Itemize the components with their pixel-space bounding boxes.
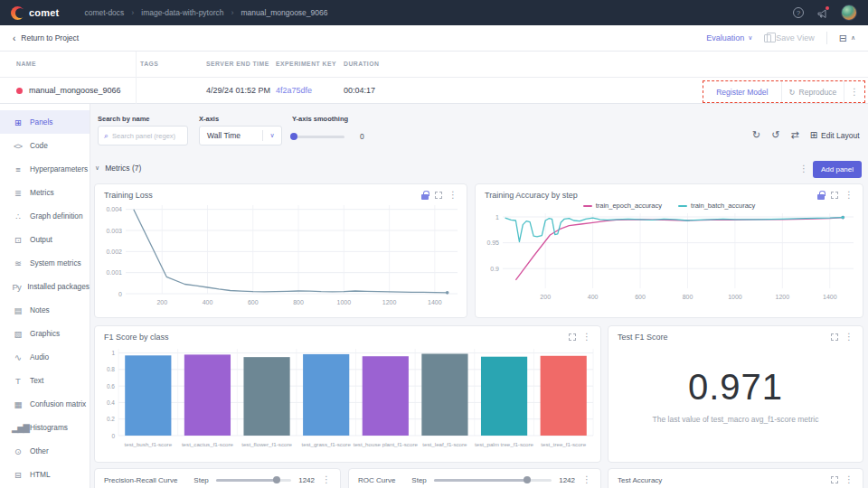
svg-text:0: 0 — [111, 433, 115, 439]
sidebar-item-code[interactable]: <>Code — [0, 134, 90, 157]
expand-icon[interactable] — [831, 333, 838, 341]
sidebar-item-label: Graph definition — [30, 211, 83, 221]
svg-text:0.9: 0.9 — [490, 266, 499, 272]
legend-item-train-epoch-accuracy[interactable]: train_epoch_accuracy — [583, 202, 662, 210]
sidebar-item-installed-packages[interactable]: PyInstalled packages — [0, 275, 90, 298]
notification-dot — [826, 6, 829, 10]
layout-grid-icon: ⊞ — [810, 130, 817, 140]
reproduce-button[interactable]: ↻ Reproduce — [782, 81, 844, 102]
register-model-button[interactable]: Register Model — [703, 81, 782, 102]
search-icon: ⌕ — [104, 131, 108, 141]
installed-packages-icon: Py — [12, 282, 21, 292]
sidebar-item-metrics[interactable]: ≣Metrics — [0, 181, 90, 204]
step-slider[interactable] — [216, 479, 291, 482]
sidebar-item-hyperparameters[interactable]: ≡Hyperparameters — [0, 157, 90, 181]
expand-icon[interactable] — [569, 333, 576, 341]
refresh-icon[interactable]: ↻ — [752, 129, 760, 141]
chevron-down-icon: ∨ — [748, 34, 752, 42]
sidebar-item-panels[interactable]: ⊞Panels — [0, 110, 90, 134]
sidebar-item-audio[interactable]: ∿Audio — [0, 345, 90, 369]
smoothing-slider[interactable] — [292, 136, 344, 138]
view-name: Evaluation — [706, 33, 744, 42]
training-accuracy-chart[interactable]: 2004006008001000120014000.90.951 — [476, 210, 863, 303]
sidebar-item-notes[interactable]: ▤Notes — [0, 298, 90, 322]
step-slider-fill — [434, 479, 526, 482]
save-view-button[interactable]: Save View — [764, 33, 814, 42]
divider — [826, 32, 827, 44]
panel-kebab-menu[interactable]: ⋮ — [844, 333, 854, 342]
svg-text:1000: 1000 — [728, 294, 742, 300]
comet-logo-text: comet — [29, 7, 59, 18]
sidebar-item-output[interactable]: ⊡Output — [0, 228, 90, 251]
panel-kebab-menu[interactable]: ⋮ — [844, 475, 854, 484]
panel-kebab-menu[interactable]: ⋮ — [322, 475, 331, 484]
expand-icon[interactable] — [831, 476, 838, 483]
row-kebab-menu[interactable]: ⋮ — [844, 81, 864, 102]
graph-definition-icon: ∴ — [12, 211, 24, 221]
panel-precision-recall: Precision-Recall Curve Step 1242 ⋮ — [94, 468, 341, 488]
panel-kebab-menu[interactable]: ⋮ — [844, 191, 854, 200]
sidebar-item-label: Installed packages — [27, 282, 90, 291]
chevron-up-icon: ∧ — [851, 34, 855, 42]
xaxis-select[interactable]: Wall Time ∨ — [199, 126, 282, 145]
search-input[interactable] — [112, 132, 175, 140]
panel-kebab-menu[interactable]: ⋮ — [582, 475, 591, 484]
comet-logo[interactable]: comet — [11, 6, 59, 20]
history-icon[interactable]: ↺ — [771, 129, 779, 141]
step-label: Step — [411, 476, 426, 484]
experiment-name[interactable]: manual_mongoose_9066 — [29, 86, 121, 95]
sidebar-item-confusion-matrix[interactable]: ▦Confusion matrix — [0, 392, 90, 416]
filter-sliders-icon[interactable]: ⇄ — [790, 129, 798, 141]
expand-icon[interactable] — [435, 192, 442, 199]
experiment-key-link[interactable]: 4f2a75dfe — [276, 86, 312, 95]
step-slider-knob[interactable] — [273, 476, 280, 483]
sidebar-item-histograms[interactable]: ▂▅▇Histograms — [0, 416, 90, 439]
panel-kebab-menu[interactable]: ⋮ — [448, 191, 458, 200]
sidebar-item-other[interactable]: ⊙Other — [0, 439, 90, 463]
step-slider-knob[interactable] — [524, 476, 531, 483]
add-panel-button[interactable]: Add panel — [813, 161, 862, 178]
panel-kebab-menu[interactable]: ⋮ — [582, 333, 591, 342]
sidebar-item-system-metrics[interactable]: ≋System metrics — [0, 251, 90, 275]
legend-item-train-batch-accuracy[interactable]: train_batch_accuracy — [678, 202, 755, 210]
breadcrumb-item-comet-docs[interactable]: comet-docs — [84, 8, 124, 17]
breadcrumb-item-manual-mongoose-9066[interactable]: manual_mongoose_9066 — [241, 8, 328, 17]
svg-text:0.2: 0.2 — [107, 416, 115, 422]
help-icon[interactable]: ? — [793, 7, 804, 18]
legend-label: train_epoch_accuracy — [596, 202, 662, 210]
smoothing-slider-knob[interactable] — [290, 133, 297, 140]
view-selector-dropdown[interactable]: Evaluation ∨ — [706, 33, 752, 42]
lock-icon[interactable] — [817, 194, 825, 200]
experiment-row[interactable]: manual_mongoose_9066 4/29/24 01:52 PM 4f… — [0, 78, 868, 104]
section-kebab-menu[interactable]: ⋮ — [799, 164, 808, 174]
svg-text:test_grass_f1-score: test_grass_f1-score — [302, 441, 352, 447]
experiment-end-time: 4/29/24 01:52 PM — [206, 86, 270, 95]
step-slider[interactable] — [434, 479, 552, 482]
sidebar-item-text[interactable]: TText — [0, 369, 90, 392]
panel-test-f1: Test F1 Score ⋮ 0.971 The last value of … — [608, 325, 863, 463]
code-icon: <> — [12, 141, 24, 151]
training-loss-chart[interactable]: 20040060080010001200140000.0010.0020.003… — [95, 200, 467, 308]
chevron-down-icon: ∨ — [263, 132, 281, 139]
chevron-down-icon: ∨ — [95, 164, 99, 172]
panel-title: Test F1 Score — [618, 333, 668, 342]
layout-toggle-button[interactable]: ⊟ ∧ — [839, 33, 855, 44]
return-to-project-link[interactable]: ‹ Return to Project — [13, 33, 79, 43]
sidebar-item-html[interactable]: ⊟HTML — [0, 463, 90, 486]
sidebar-item-graphics[interactable]: ▧Graphics — [0, 322, 90, 345]
step-slider-fill — [216, 479, 275, 482]
expand-icon[interactable] — [831, 192, 838, 199]
notification-icon[interactable] — [816, 7, 828, 19]
metrics-section-toggle[interactable]: ∨ Metrics (7) — [95, 164, 141, 173]
html-icon: ⊟ — [12, 470, 24, 480]
lock-icon[interactable] — [421, 194, 429, 200]
sidebar-item-graph-definition[interactable]: ∴Graph definition — [0, 204, 90, 228]
edit-layout-button[interactable]: ⊞ Edit Layout — [810, 130, 860, 140]
sidebar-item-label: Other — [30, 446, 49, 455]
f1-score-bar-chart[interactable]: 00.20.40.60.81test_bush_f1-scoretest_cac… — [95, 342, 600, 454]
breadcrumb-item-image-data-with-pytorch[interactable]: image-data-with-pytorch — [141, 8, 223, 17]
output-icon: ⊡ — [12, 235, 24, 245]
sidebar-item-label: Notes — [30, 305, 50, 314]
user-avatar[interactable] — [841, 5, 857, 21]
svg-text:1000: 1000 — [337, 299, 352, 305]
